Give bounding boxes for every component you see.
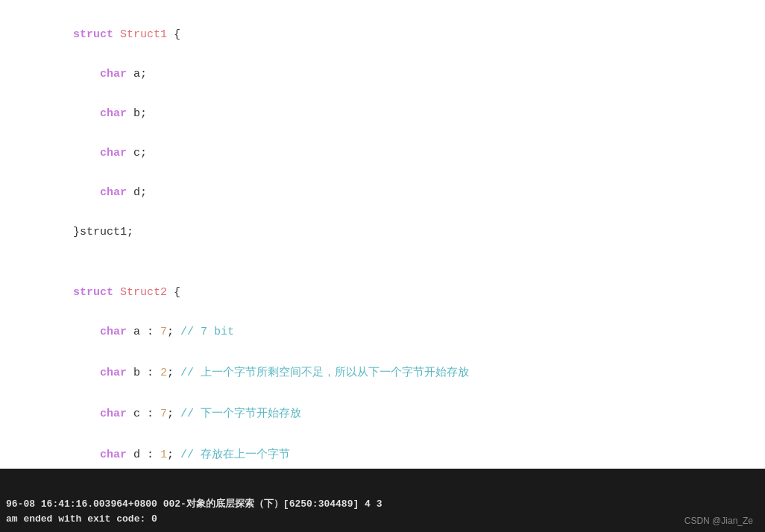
- indent: [73, 449, 100, 461]
- comment: // 存放在上一个字节: [180, 449, 290, 461]
- code-content-3: char b;: [21, 95, 765, 133]
- punct: a :: [127, 326, 160, 338]
- punct: d;: [127, 186, 147, 199]
- type-name: Struct2: [120, 286, 167, 299]
- number: 2: [160, 367, 167, 379]
- keyword: char: [100, 408, 127, 420]
- comment: // 下一个字节开始存放: [180, 408, 301, 420]
- code-line-9: char a : 7; // 7 bit: [0, 312, 765, 352]
- indent: [73, 68, 100, 80]
- punct: c :: [127, 408, 160, 420]
- indent: [73, 367, 100, 379]
- punct: {: [167, 28, 180, 41]
- code-line-1: struct Struct1 {: [0, 15, 765, 54]
- punct: c;: [127, 147, 147, 159]
- punct: a;: [127, 68, 147, 80]
- punct: d :: [127, 449, 160, 461]
- number: 1: [160, 449, 167, 461]
- code-line-5: char d;: [0, 173, 765, 212]
- console-panel: 96-08 16:41:16.003964+0800 002-对象的底层探索（下…: [0, 469, 765, 532]
- code-line-11: char c : 7; // 下一个字节开始存放: [0, 393, 765, 434]
- punct: b :: [127, 367, 160, 379]
- code-content-12: char d : 1; // 存放在上一个字节: [21, 434, 765, 469]
- indent: [73, 147, 100, 159]
- keyword: struct: [73, 286, 120, 299]
- code-content-4: char c;: [21, 134, 765, 172]
- indent: [73, 107, 100, 120]
- code-line-12: char d : 1; // 存放在上一个字节: [0, 434, 765, 469]
- number: 7: [160, 408, 167, 420]
- punct: {: [167, 286, 180, 299]
- code-content-6: }struct1;: [21, 213, 765, 251]
- code-line-10: char b : 2; // 上一个字节所剩空间不足，所以从下一个字节开始存放: [0, 352, 765, 393]
- punct: ;: [167, 408, 180, 420]
- code-editor: struct Struct1 { char a; char b; char c;…: [0, 0, 765, 469]
- code-content-11: char c : 7; // 下一个字节开始存放: [21, 393, 765, 433]
- keyword: struct: [73, 28, 120, 41]
- code-content-1: struct Struct1 {: [21, 16, 765, 54]
- comment: // 7 bit: [180, 326, 234, 338]
- code-line-4: char c;: [0, 133, 765, 173]
- number: 7: [160, 326, 167, 338]
- punct: ;: [167, 326, 180, 338]
- console-line-2: am ended with exit code: 0: [6, 512, 756, 527]
- keyword: char: [100, 367, 127, 379]
- punct: b;: [127, 107, 147, 120]
- code-content-8: struct Struct2 {: [21, 273, 765, 311]
- punct: ;: [167, 367, 180, 379]
- keyword: char: [100, 68, 127, 80]
- code-line-blank-1: [0, 252, 765, 273]
- code-line-2: char a;: [0, 54, 765, 94]
- code-content-2: char a;: [21, 55, 765, 93]
- code-content-9: char a : 7; // 7 bit: [21, 313, 765, 351]
- csdn-watermark: CSDN @Jian_Ze: [684, 516, 753, 526]
- keyword: char: [100, 147, 127, 159]
- code-line-3: char b;: [0, 94, 765, 133]
- punct: }struct1;: [73, 226, 133, 238]
- keyword: char: [100, 107, 127, 120]
- comment: // 上一个字节所剩空间不足，所以从下一个字节开始存放: [180, 367, 469, 379]
- code-content-5: char d;: [21, 174, 765, 212]
- code-line-8: struct Struct2 {: [0, 273, 765, 312]
- keyword: char: [100, 449, 127, 461]
- keyword: char: [100, 186, 127, 199]
- indent: [73, 408, 100, 420]
- console-line-1: 96-08 16:41:16.003964+0800 002-对象的底层探索（下…: [6, 497, 756, 512]
- keyword: char: [100, 326, 127, 338]
- indent: [73, 186, 100, 199]
- code-line-6: }struct1;: [0, 212, 765, 252]
- punct: ;: [167, 449, 180, 461]
- type-name: Struct1: [120, 28, 167, 41]
- indent: [73, 326, 100, 338]
- code-content-10: char b : 2; // 上一个字节所剩空间不足，所以从下一个字节开始存放: [21, 352, 765, 392]
